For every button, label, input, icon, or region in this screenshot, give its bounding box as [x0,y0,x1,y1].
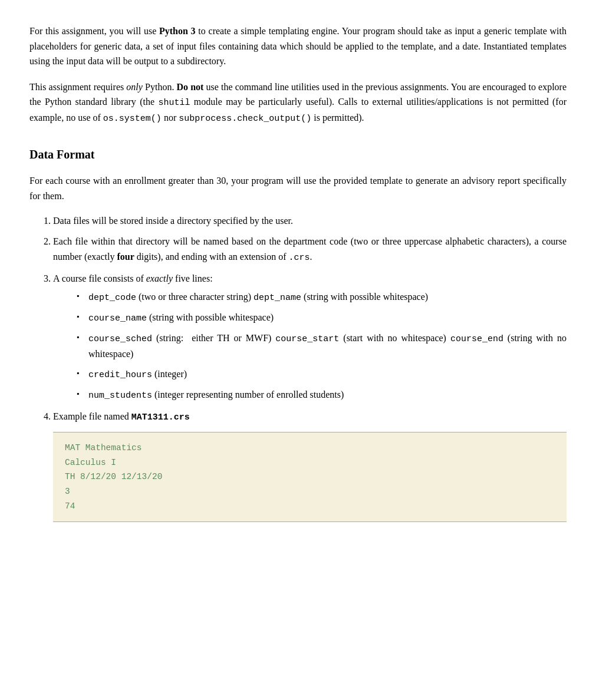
ossystem-code: os.system() [103,114,162,124]
sublist-item-2: course_name (string with possible whites… [77,310,567,326]
crs-extension-code: .crs [288,253,309,263]
course-end-code: course_end [450,334,503,344]
code-example-block: MAT Mathematics Calculus I TH 8/12/20 12… [53,432,567,522]
shutil-code: shutil [158,98,190,108]
list-item-3: A course file consists of exactly five l… [53,271,567,403]
sublist-item-4: credit_hours (integer) [77,366,567,382]
sublist-item-5: num_students (integer representing numbe… [77,387,567,403]
data-format-heading: Data Format [29,145,567,164]
donot-bold: Do not [177,82,204,92]
code-line-5-text: 74 [65,501,75,511]
exactly-italic: exactly [146,273,173,283]
mat1311-code: MAT1311.crs [131,412,190,422]
code-line-2: Calculus I [65,455,555,470]
sublist-item-1: dept_code (two or three character string… [77,289,567,305]
only-italic: only [126,82,143,92]
mat1311-bold: MAT1311.crs [131,411,190,421]
course-sched-code: course_sched [88,334,152,344]
list-item-2: Each file within that directory will be … [53,234,567,265]
course-start-code: course_start [275,334,339,344]
intro-paragraph-2: This assignment requires only Python. Do… [29,80,567,127]
four-bold: four [117,252,134,262]
intro-paragraph-1: For this assignment, you will use Python… [29,24,567,69]
code-line-3: TH 8/12/20 12/13/20 [65,470,555,484]
list-item-1: Data files will be stored inside a direc… [53,213,567,229]
code-line-5: 74 [65,499,555,514]
credit-hours-code: credit_hours [88,370,152,380]
list-item-4: Example file named MAT1311.crs MAT Mathe… [53,409,567,522]
course-name-code: course_name [88,313,147,323]
code-line-1: MAT Mathematics [65,441,555,455]
code-line-2-text: Calculus I [65,458,116,467]
main-list: Data files will be stored inside a direc… [53,213,567,523]
code-line-3-text: TH 8/12/20 12/13/20 [65,472,162,481]
code-line-4-text: 3 [65,487,70,496]
python3-bold: Python 3 [159,26,196,36]
num-students-code: num_students [88,391,152,401]
code-line-1-text: MAT Mathematics [65,443,142,453]
list-item-1-text: Data files will be stored inside a direc… [53,216,293,226]
dept-name-code: dept_name [253,293,301,303]
dept-code-code: dept_code [88,293,136,303]
sublist: dept_code (two or three character string… [77,289,567,403]
subprocess-code: subprocess.check_output() [179,114,311,124]
data-format-intro: For each course with an enrollment great… [29,173,567,203]
code-line-4: 3 [65,484,555,499]
sublist-item-3: course_sched (string: either TH or MWF) … [77,331,567,362]
